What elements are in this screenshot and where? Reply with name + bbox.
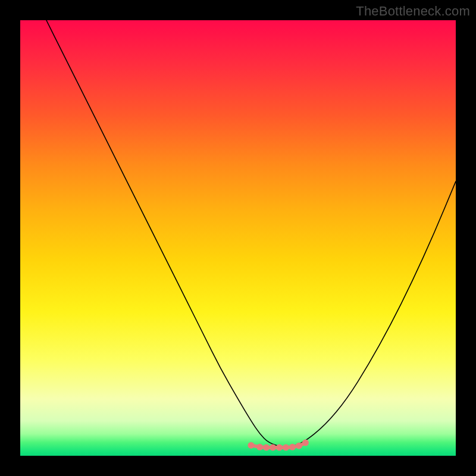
marker-dot [276,444,283,451]
marker-dot [289,444,296,450]
watermark-text: TheBottleneck.com [356,4,470,19]
marker-dot [302,440,309,446]
marker-dot [263,444,270,451]
plot-area [20,20,456,456]
marker-dot [256,444,263,450]
curve-svg [20,20,456,456]
bottleneck-curve [46,20,456,447]
marker-dot [296,443,302,449]
marker-dot [283,444,289,451]
marker-dot [270,444,276,451]
chart-frame: TheBottleneck.com [0,0,476,476]
marker-dot [248,442,254,449]
